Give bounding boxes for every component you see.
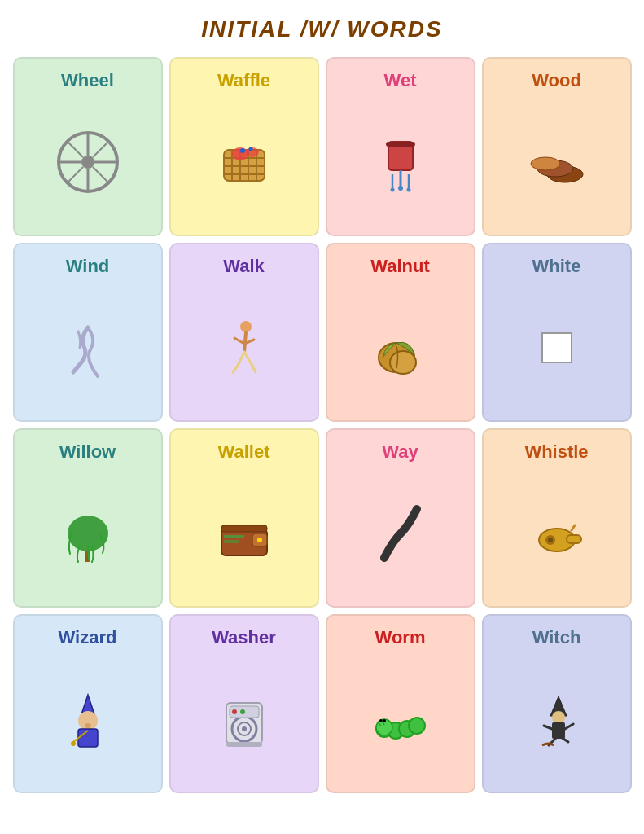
svg-point-69 [240, 709, 245, 714]
svg-rect-70 [226, 742, 262, 747]
card-icon-walk [177, 288, 311, 407]
card-label-wet: Wet [384, 70, 417, 91]
card-icon-white [490, 288, 624, 407]
svg-point-29 [406, 188, 410, 192]
card-label-worm: Worm [375, 627, 426, 648]
card-witch: Witch [482, 614, 632, 793]
svg-rect-51 [224, 540, 239, 543]
svg-point-55 [548, 538, 553, 542]
svg-rect-53 [567, 535, 581, 543]
card-wood: Wood [482, 57, 632, 236]
card-walnut: Walnut [326, 243, 475, 422]
svg-point-20 [240, 148, 245, 153]
svg-line-6 [67, 141, 83, 157]
svg-rect-50 [224, 535, 244, 538]
card-wheel: Wheel [13, 57, 163, 236]
card-worm: Worm [326, 614, 475, 793]
svg-point-77 [379, 719, 383, 722]
svg-point-62 [85, 723, 91, 728]
svg-point-1 [81, 156, 94, 169]
svg-line-38 [244, 352, 252, 366]
card-icon-witch [490, 660, 624, 779]
svg-point-32 [531, 157, 560, 170]
card-label-wood: Wood [532, 70, 581, 91]
card-label-walnut: Walnut [370, 256, 430, 277]
card-icon-wood [490, 103, 624, 222]
page-title: INITIAL /W/ WORDS [201, 16, 442, 42]
card-label-walk: Walk [223, 256, 265, 277]
svg-line-87 [565, 724, 573, 729]
card-walk: Walk [169, 243, 319, 422]
svg-point-42 [390, 351, 416, 374]
card-icon-wind [21, 288, 155, 407]
svg-point-33 [240, 321, 252, 332]
card-wind: Wind [13, 243, 163, 422]
svg-line-7 [93, 167, 109, 183]
card-label-wheel: Wheel [61, 70, 114, 91]
card-washer: Washer [169, 614, 319, 793]
card-label-white: White [532, 256, 581, 277]
card-icon-wizard [21, 660, 155, 779]
card-icon-walnut [334, 288, 467, 407]
card-label-witch: Witch [532, 627, 581, 648]
svg-rect-43 [542, 333, 572, 362]
card-label-waffle: Waffle [217, 70, 270, 91]
card-label-washer: Washer [212, 627, 276, 648]
card-icon-waffle [177, 103, 311, 222]
svg-point-66 [242, 726, 247, 731]
card-wet: Wet [326, 57, 475, 236]
svg-line-8 [93, 141, 109, 157]
svg-point-28 [390, 188, 394, 192]
card-label-whistle: Whistle [524, 441, 588, 463]
svg-line-86 [544, 726, 552, 729]
card-waffle: Waffle [169, 57, 319, 236]
svg-point-74 [409, 718, 425, 734]
svg-line-56 [572, 525, 575, 530]
svg-point-27 [398, 186, 403, 191]
card-label-wizard: Wizard [59, 627, 117, 648]
card-icon-worm [334, 660, 467, 779]
card-icon-way [334, 474, 467, 593]
svg-point-61 [71, 741, 76, 746]
svg-point-18 [232, 147, 248, 160]
svg-line-40 [252, 366, 256, 372]
card-whistle: Whistle [482, 428, 632, 608]
card-label-wallet: Wallet [218, 441, 270, 463]
card-icon-whistle [490, 474, 624, 593]
card-label-way: Way [382, 441, 418, 463]
card-wallet: Wallet [169, 428, 319, 608]
card-icon-wet [334, 103, 467, 222]
svg-point-68 [232, 709, 237, 714]
word-grid: WheelWaffleWetWoodWindWalkWalnutWhiteWil… [13, 57, 632, 793]
svg-line-35 [234, 338, 244, 344]
svg-line-37 [238, 352, 244, 366]
card-icon-willow [21, 474, 155, 593]
card-icon-wheel [21, 103, 155, 222]
card-wizard: Wizard [13, 614, 163, 793]
card-white: White [482, 243, 632, 422]
card-willow: Willow [13, 428, 163, 608]
card-way: Way [326, 428, 475, 608]
card-icon-washer [177, 660, 311, 779]
card-label-wind: Wind [66, 256, 110, 277]
svg-point-82 [552, 711, 565, 724]
card-icon-wallet [177, 474, 311, 593]
svg-rect-23 [386, 142, 415, 147]
svg-rect-47 [221, 525, 267, 532]
card-label-willow: Willow [59, 441, 116, 463]
svg-line-9 [67, 167, 83, 183]
svg-line-39 [233, 366, 238, 372]
svg-point-49 [257, 538, 262, 542]
svg-rect-59 [78, 729, 98, 747]
svg-point-21 [248, 147, 252, 151]
